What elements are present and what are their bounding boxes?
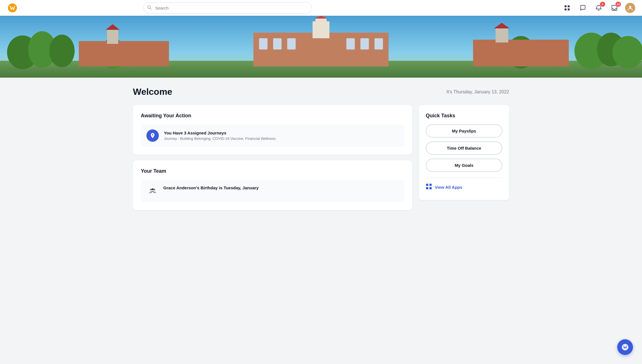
svg-rect-32 bbox=[496, 28, 508, 42]
quick-tasks-card: Quick Tasks My Payslips Time Off Balance… bbox=[419, 105, 509, 200]
workday-logo[interactable] bbox=[7, 2, 18, 14]
svg-rect-25 bbox=[346, 38, 355, 50]
campus-banner bbox=[0, 16, 642, 78]
time-off-balance-button[interactable]: Time Off Balance bbox=[426, 141, 502, 155]
inbox-badge: 24 bbox=[616, 2, 621, 7]
svg-rect-24 bbox=[287, 38, 296, 50]
page-header: Welcome It's Thursday, January 13, 2022 bbox=[133, 87, 509, 97]
left-column: Awaiting Your Action You Have 3 Assigned… bbox=[133, 105, 412, 210]
svg-rect-2 bbox=[565, 5, 567, 7]
tasks-divider bbox=[426, 177, 502, 178]
page-title: Welcome bbox=[133, 87, 172, 97]
my-payslips-button[interactable]: My Payslips bbox=[426, 124, 502, 138]
search-input[interactable] bbox=[143, 2, 312, 14]
action-title: You Have 3 Assigned Journeys bbox=[164, 131, 276, 135]
svg-rect-5 bbox=[568, 8, 570, 10]
svg-rect-28 bbox=[79, 41, 169, 66]
svg-point-34 bbox=[150, 189, 152, 190]
workday-assistant-fab[interactable] bbox=[617, 339, 633, 355]
svg-rect-38 bbox=[429, 184, 432, 186]
svg-rect-3 bbox=[568, 5, 570, 7]
action-subtitle: Journey - Building Belonging, COVID-19 V… bbox=[164, 136, 276, 141]
navbar: 5 24 bbox=[0, 0, 642, 16]
view-all-apps-button[interactable]: View All Apps bbox=[426, 182, 462, 192]
birthday-team-item[interactable]: Grace Anderson's Birthday is Tuesday, Ja… bbox=[141, 180, 404, 202]
notifications-button[interactable]: 5 bbox=[594, 3, 604, 13]
apps-button[interactable] bbox=[562, 3, 572, 13]
inbox-button[interactable]: 24 bbox=[609, 3, 619, 13]
date-display: It's Thursday, January 13, 2022 bbox=[447, 89, 509, 95]
action-text-block: You Have 3 Assigned Journeys Journey - B… bbox=[164, 131, 276, 141]
svg-rect-4 bbox=[565, 8, 567, 10]
birthday-text: Grace Anderson's Birthday is Tuesday, Ja… bbox=[163, 185, 258, 191]
view-all-apps-label: View All Apps bbox=[435, 185, 462, 190]
svg-rect-29 bbox=[107, 30, 118, 44]
svg-point-7 bbox=[629, 6, 631, 8]
svg-rect-20 bbox=[315, 19, 327, 24]
awaiting-action-title: Awaiting Your Action bbox=[141, 113, 404, 119]
svg-point-15 bbox=[612, 36, 642, 69]
svg-rect-27 bbox=[374, 38, 383, 50]
avatar[interactable] bbox=[625, 3, 635, 13]
your-team-title: Your Team bbox=[141, 168, 404, 174]
svg-rect-40 bbox=[429, 187, 432, 189]
birthday-icon bbox=[146, 185, 159, 197]
svg-point-35 bbox=[153, 189, 155, 190]
svg-rect-37 bbox=[426, 184, 428, 186]
journey-icon bbox=[146, 129, 159, 142]
svg-point-36 bbox=[152, 188, 154, 190]
svg-rect-23 bbox=[273, 38, 282, 50]
team-text-block: Grace Anderson's Birthday is Tuesday, Ja… bbox=[163, 185, 258, 191]
svg-point-12 bbox=[49, 35, 75, 67]
quick-tasks-title: Quick Tasks bbox=[426, 113, 502, 119]
svg-rect-31 bbox=[473, 40, 569, 66]
notifications-badge: 5 bbox=[600, 2, 605, 7]
svg-rect-22 bbox=[259, 38, 268, 50]
awaiting-action-card: Awaiting Your Action You Have 3 Assigned… bbox=[133, 105, 412, 155]
chat-button[interactable] bbox=[578, 3, 588, 13]
search-bar bbox=[143, 2, 312, 14]
svg-rect-39 bbox=[426, 187, 428, 189]
your-team-card: Your Team Grace bbox=[133, 160, 412, 210]
svg-rect-26 bbox=[360, 38, 369, 50]
content-grid: Awaiting Your Action You Have 3 Assigned… bbox=[133, 105, 509, 210]
journey-action-item[interactable]: You Have 3 Assigned Journeys Journey - B… bbox=[141, 124, 404, 147]
apps-grid-icon bbox=[426, 183, 432, 191]
my-goals-button[interactable]: My Goals bbox=[426, 159, 502, 172]
navbar-actions: 5 24 bbox=[562, 3, 635, 13]
main-content: Welcome It's Thursday, January 13, 2022 … bbox=[124, 78, 518, 221]
